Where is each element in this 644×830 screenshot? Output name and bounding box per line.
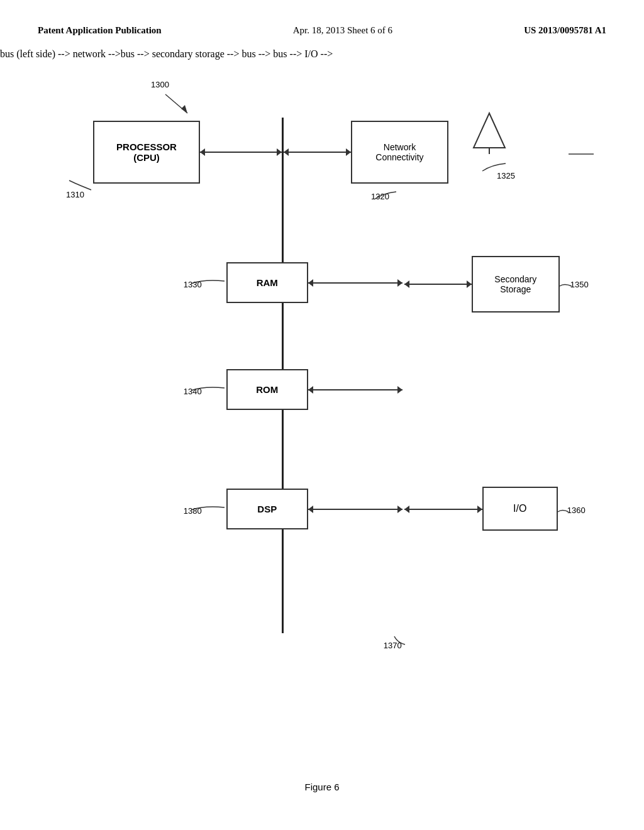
ref-curve-1340 <box>188 383 229 396</box>
secondary-storage-box: SecondaryStorage <box>472 256 560 313</box>
dsp-box: DSP <box>226 489 308 529</box>
arrow-bus-network <box>284 152 351 153</box>
publication-title: Patent Application Publication <box>38 25 162 36</box>
processor-box: PROCESSOR(CPU) <box>93 121 200 184</box>
patent-diagram: 1300 PROCESSOR(CPU) 1310 bus (left side)… <box>0 48 644 790</box>
figure-caption: Figure 6 <box>0 782 644 792</box>
ref-curve-1325 <box>479 158 511 177</box>
page-header: Patent Application Publication Apr. 18, … <box>0 0 644 36</box>
arrow-processor-bus <box>200 152 282 153</box>
svg-marker-2 <box>474 113 505 148</box>
network-antenna-line <box>567 148 599 160</box>
arrow-bus-io <box>404 509 482 510</box>
rom-box: ROM <box>226 369 308 410</box>
label-arrow-1300 <box>162 91 194 116</box>
publication-number: US 2013/0095781 A1 <box>524 25 606 36</box>
ref-curve-1360 <box>556 506 572 518</box>
publication-date-sheet: Apr. 18, 2013 Sheet 6 of 6 <box>293 25 392 36</box>
ref-curve-1350 <box>558 280 574 292</box>
arrow-bus-storage <box>404 284 472 285</box>
network-box: NetworkConnectivity <box>351 121 448 184</box>
io-box: I/O <box>482 487 558 531</box>
arrow-rom-bus <box>308 389 402 390</box>
diagram-label-1300: 1300 <box>151 80 169 89</box>
ref-curve-1320 <box>371 187 402 202</box>
ref-curve-1370 <box>391 633 410 646</box>
ref-curve-1310 <box>63 177 101 196</box>
antenna-symbol <box>470 110 508 154</box>
ram-box: RAM <box>226 262 308 303</box>
arrow-ram-bus <box>308 282 402 284</box>
ref-curve-1380 <box>188 502 229 515</box>
svg-marker-1 <box>181 105 187 113</box>
arrow-dsp-bus <box>308 509 402 510</box>
ref-curve-1330 <box>188 276 229 289</box>
